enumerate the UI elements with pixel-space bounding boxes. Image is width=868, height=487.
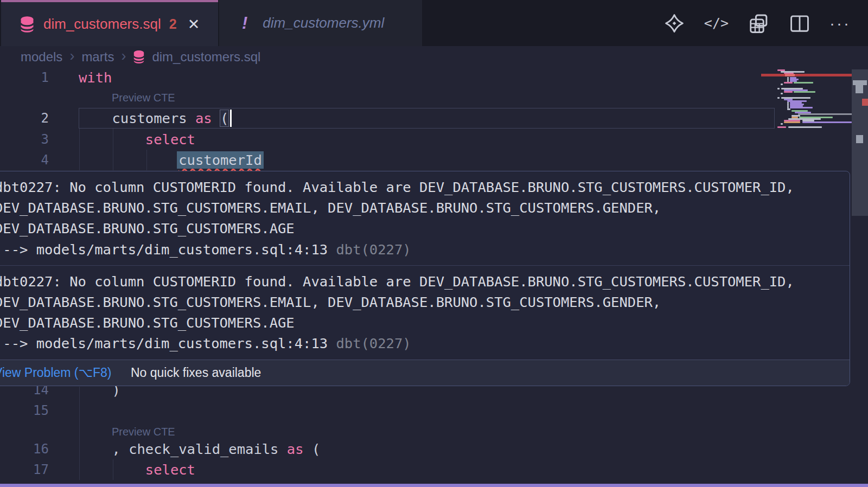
error-text-line: dbt0227: No column CUSTOMERID found. Ava… [0,271,850,292]
database-icon [133,50,145,64]
close-tab-icon[interactable]: ✕ [188,16,200,33]
indent-guide [113,129,113,170]
error-location: --> models/marts/dim_customers.sql:4:13 [0,335,336,351]
minimap-error-word [785,74,795,76]
minimap-error-line [761,74,852,76]
code-line-3[interactable]: select [79,129,195,150]
breadcrumb: models › marts › dim_customers.sql [21,46,260,68]
line-number: 3 [0,129,49,150]
editor-actions: </> ··· [664,0,851,46]
unsaved-changes-badge: 2 [169,16,177,32]
tab-dim-customers-sql[interactable]: dim_customers.sql 2 ✕ [1,0,218,46]
code-line-17[interactable]: select [79,459,195,480]
tab-label: dim_customers.yml [263,15,384,31]
error-code: dbt(0227) [336,241,411,258]
line-number: 2 [0,108,49,129]
codelens-preview-cte[interactable]: Preview CTE [112,92,175,104]
code-line-4[interactable]: customerId [79,150,262,171]
minimap-code-bar [790,107,813,108]
more-actions-icon[interactable]: ··· [829,14,851,33]
line-number: 17 [0,459,49,480]
view-problem-link[interactable]: View Problem (⌥F8) [0,366,112,380]
minimap-code-bar [784,91,793,93]
minimap-code-bar [802,121,852,123]
breadcrumb-models[interactable]: models [21,49,62,65]
breadcrumb-file[interactable]: dim_customers.sql [152,49,260,65]
minimap-code-bar [777,126,786,128]
error-location-line: --> models/marts/dim_customers.sql:4:13 … [0,333,850,354]
dbt-logo-icon[interactable] [664,13,685,34]
current-line-highlight [79,108,775,129]
error-text-line: DEV_DATABASE.BRUNO.STG_CUSTOMERS.AGE [0,312,850,333]
error-word-highlight: customerId [177,151,264,169]
vscode-window: dim_customers.sql 2 ✕ ! dim_customers.ym… [0,0,868,487]
error-message-block: dbt0227: No column CUSTOMERID found. Ava… [0,266,850,360]
minimap-code-bar [781,84,783,85]
minimap-code-bar [798,113,859,115]
error-text-line: DEV_DATABASE.BRUNO.STG_CUSTOMERS.EMAIL, … [0,292,850,312]
code-line-1[interactable]: with [79,67,112,88]
error-text-line: DEV_DATABASE.BRUNO.STG_CUSTOMERS.AGE [0,218,850,239]
overview-ruler-mark [856,135,863,143]
minimap-code-bar [794,82,813,84]
error-code: dbt(0227) [336,335,411,351]
window-bottom-border [0,484,868,487]
line-number: 4 [0,150,49,171]
problem-mark-icon: ! [242,14,247,33]
error-message-block: dbt0227: No column CUSTOMERID found. Ava… [0,171,850,265]
indent-guide [113,459,113,480]
error-location-line: --> models/marts/dim_customers.sql:4:13 … [0,239,850,260]
overview-ruler-mark [853,80,867,85]
code-line-16[interactable]: , check_valid_emails as ( [79,439,320,460]
indent-guide [146,150,147,170]
minimap-code-bar [784,121,800,123]
minimap-code-bar [787,108,790,110]
tab-label: dim_customers.sql [43,16,161,33]
chevron-right-icon: › [121,49,126,66]
tab-dim-customers-yml[interactable]: ! dim_customers.yml [219,0,422,46]
minimap-code-bar [781,93,783,94]
minimap-code-bar [777,97,780,99]
minimap-code-bar [794,91,815,93]
hover-status-bar: View Problem (⌥F8) No quick fixes availa… [0,360,850,386]
chevron-right-icon: › [69,49,74,66]
error-text-line: DEV_DATABASE.BRUNO.STG_CUSTOMERS.EMAIL, … [0,197,850,218]
database-icon [20,16,35,33]
error-location: --> models/marts/dim_customers.sql:4:13 [0,241,336,258]
line-number: 15 [0,400,49,421]
error-hover-popup: dbt0227: No column CUSTOMERID found. Ava… [0,171,850,386]
breadcrumb-marts[interactable]: marts [81,49,114,65]
codelens-preview-cte[interactable]: Preview CTE [112,426,175,438]
open-compiled-code-icon[interactable]: </> [704,15,729,31]
tab-bar: dim_customers.sql 2 ✕ ! dim_customers.ym… [0,0,868,46]
no-quick-fixes-label: No quick fixes available [131,366,261,380]
overview-ruler-mark [856,85,863,93]
minimap-code-bar [777,88,780,89]
split-editor-icon[interactable] [789,13,810,34]
overview-ruler-error-mark [862,99,868,106]
query-results-icon[interactable] [748,12,770,34]
indent-guide [79,129,80,170]
minimap-code-bar [788,126,822,128]
text-cursor [230,110,232,127]
minimap-code-bar [781,123,783,125]
line-number: 1 [0,67,49,88]
line-number: 16 [0,439,49,460]
indent-guide [79,387,80,480]
error-text-line: dbt0227: No column CUSTOMERID found. Ava… [0,177,850,197]
minimap-code-bar [784,82,793,84]
